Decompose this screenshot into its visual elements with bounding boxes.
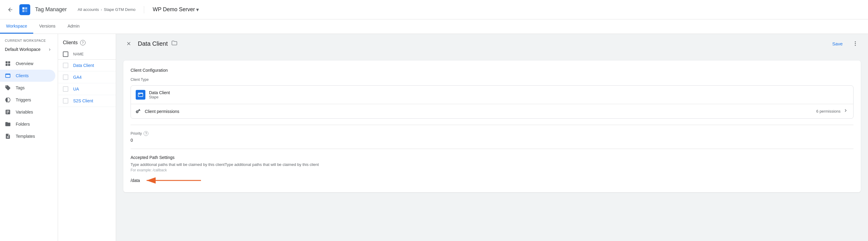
- sidebar-item-label-overview: Overview: [16, 61, 33, 66]
- client-type-row[interactable]: Data Client Stape: [131, 86, 853, 104]
- sidebar-item-label-templates: Templates: [16, 134, 35, 139]
- svg-rect-4: [6, 61, 8, 63]
- back-button[interactable]: [5, 4, 16, 15]
- key-icon: [134, 107, 143, 115]
- sidebar-item-label-triggers: Triggers: [16, 98, 31, 102]
- client-row-data-client[interactable]: Data Client: [58, 60, 116, 72]
- client-type-label: Client Type: [130, 78, 854, 82]
- templates-icon: [5, 133, 11, 139]
- clients-help-icon[interactable]: ?: [80, 40, 86, 46]
- tags-icon: [5, 85, 11, 91]
- path-value-text: /data: [130, 178, 140, 183]
- client-type-info: Data Client Stape: [149, 90, 170, 99]
- client-name-s2s[interactable]: S2S Client: [73, 99, 93, 103]
- main-content: CURRENT WORKSPACE Default Workspace › Ov…: [0, 34, 868, 241]
- account-name: WP Demo Server: [153, 6, 195, 13]
- folder-icon[interactable]: [172, 40, 178, 48]
- accepted-paths-title: Accepted Path Settings: [130, 155, 854, 160]
- account-selector[interactable]: WP Demo Server ▾: [153, 6, 199, 13]
- priority-value: 0: [130, 138, 854, 142]
- clients-title: Clients: [63, 40, 78, 46]
- client-checkbox-ua[interactable]: [63, 86, 68, 92]
- variables-icon: [5, 109, 11, 115]
- workspace-item[interactable]: Default Workspace ›: [0, 44, 55, 55]
- close-button[interactable]: [123, 38, 134, 49]
- sidebar-item-folders[interactable]: Folders: [0, 118, 55, 130]
- client-type-box: Data Client Stape Client permissions 6 p…: [130, 85, 854, 119]
- tab-workspace[interactable]: Workspace: [0, 19, 33, 34]
- detail-topbar: Data Client Save: [116, 34, 868, 53]
- priority-label: Priority: [130, 131, 142, 136]
- client-row-ua[interactable]: UA: [58, 83, 116, 95]
- detail-more-button[interactable]: [850, 38, 861, 49]
- sidebar-nav: Overview Clients Tags Trig: [0, 57, 58, 142]
- tab-versions[interactable]: Versions: [33, 19, 62, 34]
- breadcrumb-all-accounts[interactable]: All accounts: [78, 7, 99, 12]
- sidebar-item-tags[interactable]: Tags: [0, 82, 55, 94]
- clients-header: Clients ?: [58, 34, 116, 49]
- sidebar-item-label-folders: Folders: [16, 122, 30, 127]
- sidebar-item-label-clients: Clients: [16, 73, 29, 78]
- client-row-ga4[interactable]: GA4: [58, 72, 116, 83]
- config-card: Client Configuration Client Type Data Cl…: [123, 60, 861, 192]
- breadcrumb-account[interactable]: Stape GTM Demo: [104, 7, 136, 12]
- sidebar-item-label-variables: Variables: [16, 110, 33, 114]
- client-row-s2s[interactable]: S2S Client: [58, 95, 116, 107]
- sidebar-item-templates[interactable]: Templates: [0, 130, 55, 142]
- sidebar-item-overview[interactable]: Overview: [0, 57, 55, 70]
- detail-save-button[interactable]: Save: [828, 39, 847, 49]
- client-type-name: Data Client: [149, 90, 170, 95]
- client-name-ga4[interactable]: GA4: [73, 75, 82, 80]
- permissions-count: 6 permissions: [816, 109, 840, 113]
- sidebar-item-triggers[interactable]: Triggers: [0, 94, 55, 106]
- svg-point-8: [855, 42, 856, 43]
- client-type-icon: [136, 90, 145, 100]
- clients-panel: Clients ? Name Data Client GA4 UA S2S Cl…: [58, 34, 116, 241]
- svg-point-10: [855, 45, 856, 46]
- section-divider-2: [130, 149, 854, 149]
- workspace-chevron-icon: ›: [49, 47, 51, 52]
- topbar-left: Tag Manager All accounts › Stape GTM Dem…: [5, 4, 199, 15]
- sidebar-item-label-tags: Tags: [16, 85, 25, 90]
- svg-rect-5: [8, 61, 10, 63]
- svg-rect-7: [8, 64, 10, 66]
- breadcrumb: All accounts › Stape GTM Demo: [78, 7, 135, 12]
- tab-admin[interactable]: Admin: [61, 19, 86, 34]
- accepted-paths-desc: Type additional paths that will be claim…: [130, 162, 854, 167]
- topbar: Tag Manager All accounts › Stape GTM Dem…: [0, 0, 868, 19]
- folders-icon: [5, 121, 11, 127]
- clients-icon: [5, 73, 11, 79]
- svg-point-9: [855, 43, 856, 44]
- orange-arrow-annotation: [144, 176, 204, 185]
- client-checkbox-ga4[interactable]: [63, 75, 68, 80]
- nav-tabs: Workspace Versions Admin: [0, 19, 868, 34]
- client-name-ua[interactable]: UA: [73, 87, 79, 91]
- sidebar-item-clients[interactable]: Clients: [0, 70, 55, 82]
- client-name-data-client[interactable]: Data Client: [73, 63, 94, 68]
- overview-icon: [5, 60, 11, 66]
- svg-rect-6: [6, 64, 8, 66]
- sidebar: CURRENT WORKSPACE Default Workspace › Ov…: [0, 34, 58, 241]
- priority-help-icon[interactable]: ?: [144, 131, 148, 136]
- permissions-row[interactable]: Client permissions 6 permissions: [131, 104, 853, 118]
- clients-table-header: Name: [58, 49, 116, 60]
- breadcrumb-separator: ›: [101, 7, 102, 12]
- permissions-arrow-icon: [843, 108, 848, 115]
- dropdown-arrow-icon: ▾: [196, 6, 199, 13]
- svg-rect-3: [25, 10, 27, 12]
- detail-actions: Save: [828, 38, 861, 49]
- svg-rect-1: [25, 7, 27, 9]
- client-type-sub: Stape: [149, 95, 170, 99]
- accepted-paths-example: For example: /callback: [130, 168, 854, 172]
- triggers-icon: [5, 97, 11, 103]
- select-all-checkbox[interactable]: [63, 51, 68, 57]
- divider: [144, 6, 144, 13]
- client-checkbox-s2s[interactable]: [63, 98, 68, 104]
- sidebar-item-variables[interactable]: Variables: [0, 106, 55, 118]
- accepted-paths-section: Accepted Path Settings Type additional p…: [130, 155, 854, 185]
- brand-name: Tag Manager: [35, 6, 67, 13]
- path-value-row: /data: [130, 176, 854, 185]
- permissions-label: Client permissions: [145, 109, 816, 114]
- workspace-name: Default Workspace: [5, 47, 40, 52]
- client-checkbox-data-client[interactable]: [63, 63, 68, 68]
